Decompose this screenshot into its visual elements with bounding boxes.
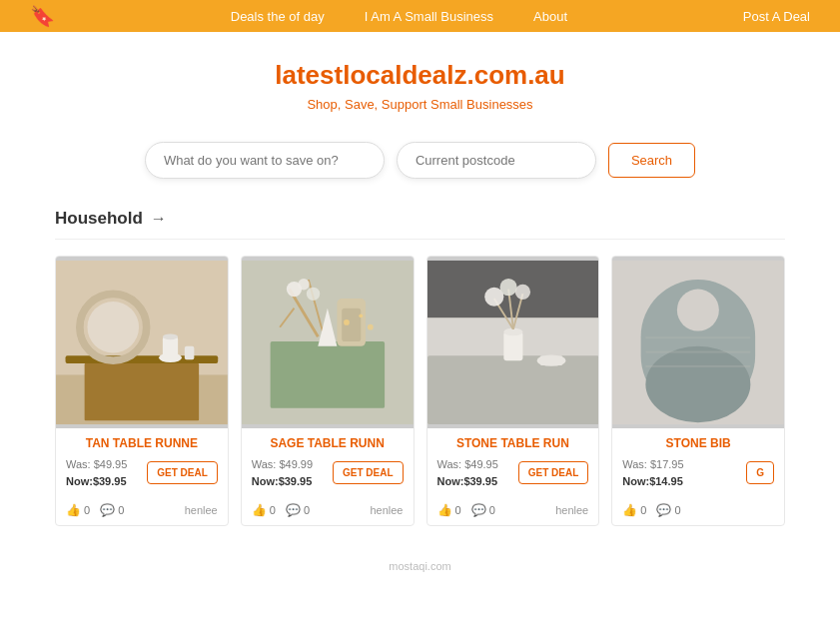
price-info-3: Was: $49.95 Now:$39.95 xyxy=(437,456,498,489)
nav-small-biz[interactable]: I Am A Small Business xyxy=(365,9,493,24)
search-bar: Search xyxy=(0,130,840,209)
comment-icon-3: 💬 xyxy=(471,503,486,517)
price-info-2: Was: $49.99 Now:$39.95 xyxy=(252,456,313,489)
comment-count-2: 0 xyxy=(304,504,310,516)
card-actions-4: 👍 0 💬 0 xyxy=(622,503,680,517)
price-info-4: Was: $17.95 Now:$14.95 xyxy=(622,456,683,489)
comment-icon-2: 💬 xyxy=(286,503,301,517)
svg-rect-27 xyxy=(503,332,522,361)
svg-point-28 xyxy=(503,328,522,336)
now-price-2: Now:$39.95 xyxy=(252,473,313,490)
was-price-2: Was: $49.99 xyxy=(252,456,313,473)
svg-point-23 xyxy=(368,324,374,330)
card-actions-3: 👍 0 💬 0 xyxy=(437,503,495,517)
svg-point-33 xyxy=(514,285,529,300)
svg-point-19 xyxy=(298,279,309,290)
svg-point-40 xyxy=(677,290,719,331)
nav-deals[interactable]: Deals the of day xyxy=(231,9,325,24)
get-deal-button-3[interactable]: GET DEAL xyxy=(518,461,589,484)
username-2: henlee xyxy=(370,504,403,516)
username-1: henlee xyxy=(185,504,218,516)
thumb-icon-4: 👍 xyxy=(622,503,637,517)
comment-action-1[interactable]: 💬 0 xyxy=(100,503,124,517)
comment-count-3: 0 xyxy=(489,504,495,516)
search-button[interactable]: Search xyxy=(608,143,695,178)
watermark: mostaqi.com xyxy=(0,556,840,582)
thumb-icon-1: 👍 xyxy=(66,503,81,517)
hero-section: latestlocaldealz.com.au Shop, Save, Supp… xyxy=(0,32,840,130)
svg-point-20 xyxy=(307,288,320,301)
card-body-4: STONE BIB Was: $17.95 Now:$14.95 G xyxy=(612,428,784,499)
comment-action-4[interactable]: 💬 0 xyxy=(656,503,680,517)
svg-point-41 xyxy=(646,346,751,422)
product-name-4: STONE BIB xyxy=(622,436,774,450)
post-deal-link[interactable]: Post A Deal xyxy=(743,9,810,24)
comment-action-3[interactable]: 💬 0 xyxy=(471,503,495,517)
svg-rect-37 xyxy=(539,355,562,365)
product-image-2 xyxy=(242,257,414,428)
card-footer-4: 👍 0 💬 0 xyxy=(612,499,784,525)
price-row-3: Was: $49.95 Now:$39.95 GET DEAL xyxy=(437,456,589,489)
top-navigation: 🔖 Deals the of day I Am A Small Business… xyxy=(0,0,840,32)
postcode-input[interactable] xyxy=(397,142,596,179)
product-card-4: STONE BIB Was: $17.95 Now:$14.95 G 👍 0 xyxy=(611,256,785,526)
comment-action-2[interactable]: 💬 0 xyxy=(286,503,310,517)
svg-rect-13 xyxy=(342,309,361,341)
like-count-4: 0 xyxy=(640,504,646,516)
was-price-1: Was: $49.95 xyxy=(66,456,127,473)
card-body-3: STONE TABLE RUN Was: $49.95 Now:$39.95 G… xyxy=(427,428,599,499)
get-deal-button-4[interactable]: G xyxy=(746,461,774,484)
card-body-1: TAN TABLE RUNNE Was: $49.95 Now:$39.95 G… xyxy=(56,428,228,499)
card-footer-3: 👍 0 💬 0 henlee xyxy=(427,499,599,525)
product-image-4 xyxy=(612,257,784,428)
site-logo: 🔖 xyxy=(30,4,55,28)
get-deal-button-1[interactable]: GET DEAL xyxy=(147,461,218,484)
like-action-3[interactable]: 👍 0 xyxy=(437,503,461,517)
site-title: latestlocaldealz.com.au xyxy=(20,60,820,91)
product-name-3: STONE TABLE RUN xyxy=(437,436,589,450)
comment-icon-4: 💬 xyxy=(656,503,671,517)
tagline: Shop, Save, Support Small Businesses xyxy=(20,97,820,112)
svg-rect-2 xyxy=(66,355,219,363)
price-row-4: Was: $17.95 Now:$14.95 G xyxy=(622,456,774,489)
product-image-3 xyxy=(427,257,599,428)
price-row-2: Was: $49.99 Now:$39.95 GET DEAL xyxy=(252,456,404,489)
price-info-1: Was: $49.95 Now:$39.95 xyxy=(66,456,127,489)
svg-point-22 xyxy=(359,313,363,317)
card-actions-2: 👍 0 💬 0 xyxy=(252,503,310,517)
svg-rect-43 xyxy=(646,351,751,353)
product-card-1: TAN TABLE RUNNE Was: $49.95 Now:$39.95 G… xyxy=(55,256,229,526)
now-price-1: Now:$39.95 xyxy=(66,473,127,490)
like-action-4[interactable]: 👍 0 xyxy=(622,503,646,517)
svg-point-5 xyxy=(87,302,139,353)
card-actions-1: 👍 0 💬 0 xyxy=(66,503,124,517)
comment-icon-1: 💬 xyxy=(100,503,115,517)
product-card-3: STONE TABLE RUN Was: $49.95 Now:$39.95 G… xyxy=(426,256,600,526)
like-action-1[interactable]: 👍 0 xyxy=(66,503,90,517)
now-price-4: Now:$14.95 xyxy=(622,473,683,490)
svg-rect-3 xyxy=(85,363,200,420)
product-name-2: SAGE TABLE RUNN xyxy=(252,436,404,450)
now-price-3: Now:$39.95 xyxy=(437,473,498,490)
comment-count-4: 0 xyxy=(674,504,680,516)
nav-about[interactable]: About xyxy=(533,9,567,24)
svg-rect-9 xyxy=(185,346,195,359)
section-title: Household xyxy=(55,209,143,229)
card-body-2: SAGE TABLE RUNN Was: $49.99 Now:$39.95 G… xyxy=(242,428,414,499)
thumb-icon-2: 👍 xyxy=(252,503,267,517)
like-action-2[interactable]: 👍 0 xyxy=(252,503,276,517)
svg-point-34 xyxy=(499,279,516,296)
was-price-3: Was: $49.95 xyxy=(437,456,498,473)
svg-point-21 xyxy=(344,319,350,325)
search-input[interactable] xyxy=(145,142,385,179)
like-count-3: 0 xyxy=(455,504,461,516)
like-count-1: 0 xyxy=(84,504,90,516)
section-arrow-icon[interactable]: → xyxy=(151,210,167,228)
nav-links: Deals the of day I Am A Small Business A… xyxy=(55,9,743,24)
svg-rect-7 xyxy=(163,336,178,359)
product-grid: TAN TABLE RUNNE Was: $49.95 Now:$39.95 G… xyxy=(55,256,785,526)
household-section: Household → xyxy=(0,209,840,556)
svg-rect-42 xyxy=(646,336,751,338)
svg-rect-44 xyxy=(646,365,751,367)
get-deal-button-2[interactable]: GET DEAL xyxy=(333,461,404,484)
